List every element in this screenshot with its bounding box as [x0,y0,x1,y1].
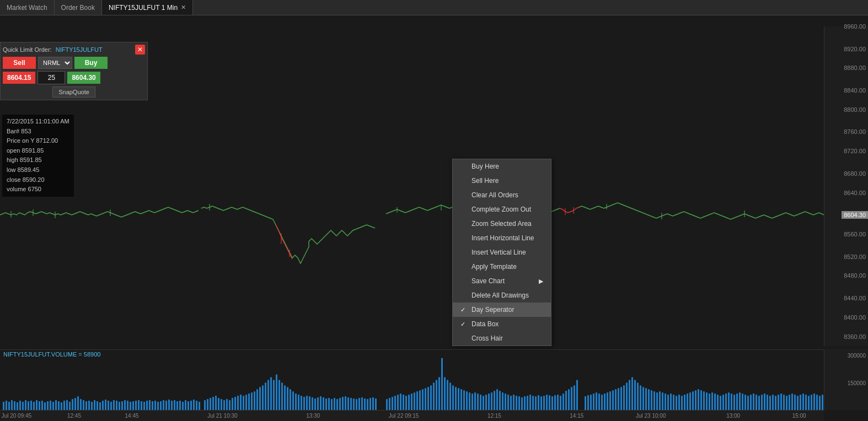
y-label-8920: 8920.00 [844,46,866,52]
svg-rect-244 [642,387,644,410]
svg-rect-33 [44,402,46,410]
svg-rect-165 [419,390,421,410]
menu-sell-here[interactable]: Sell Here [453,174,551,188]
svg-rect-217 [562,393,564,410]
svg-rect-103 [240,395,242,410]
svg-rect-206 [532,396,534,410]
svg-rect-185 [474,392,476,410]
info-datetime: 7/22/2015 11:01:00 AM [7,117,69,127]
svg-rect-248 [653,391,655,410]
quick-order-label: Quick Limit Order: NIFTY15JULFUT [3,46,103,53]
tab-chart[interactable]: NIFTY15JULFUT 1 Min ✕ [102,0,193,15]
x-label-jul20-0945: Jul 20 09:45 [2,413,32,419]
svg-rect-73 [154,401,156,410]
svg-rect-154 [389,398,390,410]
x-label-1245: 12:45 [67,413,81,419]
svg-rect-135 [328,398,330,410]
svg-rect-109 [256,389,258,410]
svg-rect-34 [47,401,49,410]
svg-rect-220 [571,387,572,410]
y-axis: 8960.00 8920.00 8880.00 8840.00 8800.00 … [824,26,868,346]
x-label-1215: 12:15 [487,413,501,419]
svg-rect-308 [819,396,821,410]
tab-order-book[interactable]: Order Book [55,0,102,15]
svg-rect-189 [485,395,487,410]
menu-zoom-selected-area[interactable]: Zoom Selected Area [453,217,551,231]
buy-button[interactable]: Buy [74,57,108,69]
svg-rect-91 [207,399,208,410]
svg-rect-174 [444,377,446,410]
y-label-8720: 8720.00 [844,148,866,154]
svg-rect-270 [714,393,716,410]
svg-rect-95 [218,398,219,410]
snap-quote-button[interactable]: SnapQuote [52,87,95,98]
svg-rect-238 [626,382,628,410]
svg-rect-23 [17,402,18,410]
svg-rect-216 [560,396,561,410]
svg-rect-191 [491,392,492,410]
svg-rect-192 [494,391,495,410]
svg-rect-229 [601,395,603,410]
menu-insert-vertical-line[interactable]: Insert Vertical Line [453,245,551,260]
svg-rect-285 [756,395,757,410]
svg-rect-301 [800,395,801,410]
svg-rect-187 [480,395,481,410]
svg-rect-118 [281,382,283,410]
order-controls-row: Sell NRML Buy [3,57,145,69]
product-type-select[interactable]: NRML [38,57,72,69]
svg-rect-305 [811,395,812,410]
tab-market-watch[interactable]: Market Watch [0,0,55,15]
svg-rect-35 [50,401,51,410]
svg-rect-284 [753,393,754,410]
svg-rect-214 [554,395,556,410]
svg-rect-125 [301,396,302,410]
svg-rect-237 [623,385,625,410]
svg-rect-110 [259,387,261,410]
svg-rect-70 [146,401,148,410]
svg-rect-199 [513,395,515,410]
quantity-input[interactable] [37,71,65,84]
svg-rect-81 [176,401,178,410]
svg-rect-231 [607,392,608,410]
svg-rect-145 [356,399,357,410]
tab-close-icon[interactable]: ✕ [181,4,186,11]
menu-day-separator[interactable]: ✓ Day Seperator [453,303,551,317]
x-label-1500: 15:00 [792,413,806,419]
menu-data-box[interactable]: ✓ Data Box [453,317,551,331]
svg-rect-26 [25,400,26,410]
menu-buy-here[interactable]: Buy Here [453,159,551,174]
menu-delete-all-drawings[interactable]: Delete All Drawings [453,288,551,303]
x-label-1445: 14:45 [125,413,139,419]
menu-cross-hair[interactable]: Cross Hair [453,331,551,346]
svg-rect-195 [502,392,503,410]
svg-rect-230 [604,393,606,410]
svg-rect-153 [386,399,388,410]
svg-rect-190 [488,393,490,410]
svg-rect-60 [119,402,120,410]
svg-rect-149 [367,399,368,410]
menu-clear-all-orders[interactable]: Clear All Orders [453,188,551,202]
menu-complete-zoom-out[interactable]: Complete Zoom Out [453,202,551,217]
svg-rect-130 [314,398,316,410]
svg-rect-48 [85,401,87,410]
svg-rect-143 [350,398,352,410]
svg-rect-151 [372,397,374,410]
svg-rect-119 [284,385,286,410]
svg-rect-179 [458,388,459,410]
svg-rect-193 [496,389,498,410]
menu-save-chart[interactable]: Save Chart ▶ [453,274,551,288]
menu-insert-horizontal-line[interactable]: Insert Horizontal Line [453,231,551,245]
svg-rect-93 [212,397,214,410]
quick-order-close-button[interactable]: ✕ [135,45,145,55]
svg-rect-126 [303,397,305,410]
sell-button[interactable]: Sell [3,57,36,69]
svg-rect-39 [61,402,62,410]
context-menu: Buy Here Sell Here Clear All Orders Comp… [452,159,551,346]
svg-rect-166 [422,389,424,410]
svg-rect-105 [245,395,247,410]
volume-svg [0,350,824,410]
svg-rect-224 [587,395,589,410]
menu-apply-template[interactable]: Apply Template [453,260,551,274]
y-label-8440: 8440.00 [844,295,866,301]
svg-rect-158 [400,393,401,410]
